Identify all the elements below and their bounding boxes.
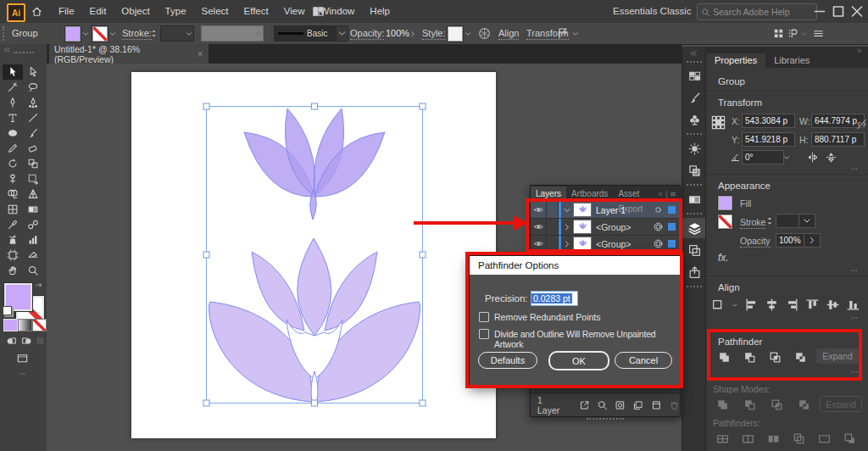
stroke-weight-label[interactable]: Stroke:	[122, 28, 152, 40]
layer-thumbnail[interactable]	[573, 237, 592, 251]
lock-cell[interactable]	[547, 202, 559, 218]
panel-collapse-icon[interactable]	[658, 190, 664, 198]
opacity-value[interactable]: 100%	[386, 28, 409, 38]
tools-panel-grip[interactable]	[14, 52, 34, 53]
shape-properties-icon[interactable]	[556, 26, 570, 40]
blend-tool[interactable]	[23, 217, 43, 232]
tab-close-icon[interactable]	[197, 50, 203, 58]
stroke-chevron-icon[interactable]	[108, 30, 117, 38]
zoom-tool[interactable]	[23, 263, 43, 278]
dock-grip[interactable]	[687, 213, 702, 214]
remove-redundant-points-label[interactable]: Remove Redundant Points	[494, 312, 601, 322]
exclude-icon[interactable]	[793, 350, 809, 365]
appearance-stroke-label[interactable]: Stroke	[740, 217, 765, 229]
puppet-warp-tool[interactable]	[3, 171, 23, 187]
lasso-tool[interactable]	[23, 80, 43, 95]
shape-properties-chevron-icon[interactable]	[571, 30, 580, 38]
reference-point-icon[interactable]	[710, 114, 726, 131]
appearance-opacity-label[interactable]: Opacity	[740, 236, 771, 248]
document-arrange-icon[interactable]	[772, 27, 785, 40]
layer-row-group2[interactable]: <Group>	[531, 236, 680, 253]
layer-name[interactable]: <Group>	[596, 239, 631, 249]
lock-cell[interactable]	[547, 236, 559, 252]
control-panel-menu-icon[interactable]	[812, 27, 825, 40]
maximize-button[interactable]	[829, 0, 848, 23]
toolbar-more-icon[interactable]	[16, 370, 29, 377]
dialog-title-bar[interactable]: Pathfinder Options	[470, 256, 680, 275]
align-to-chevron-icon[interactable]	[732, 301, 738, 309]
stroke-color-swatch[interactable]	[92, 26, 108, 42]
gradient-tool[interactable]	[23, 202, 43, 217]
draw-behind-icon[interactable]	[20, 335, 33, 347]
locate-object-icon[interactable]	[597, 399, 608, 411]
mesh-tool[interactable]	[3, 202, 23, 217]
selection-tool[interactable]	[3, 64, 23, 80]
menu-object[interactable]: Object	[114, 0, 157, 23]
paintbrush-tool[interactable]	[23, 125, 43, 141]
y-field[interactable]: 541.9218 p	[742, 132, 795, 147]
selection-indicator[interactable]	[668, 240, 676, 248]
visibility-eye-icon[interactable]	[533, 238, 544, 249]
tab-layers[interactable]: Layers	[531, 187, 566, 202]
opacity-arrow-icon[interactable]	[804, 233, 821, 248]
menu-type[interactable]: Type	[158, 0, 194, 23]
minus-front-icon[interactable]	[742, 350, 758, 365]
recolor-artwork-icon[interactable]	[477, 26, 492, 41]
expand-panels-icon[interactable]	[689, 49, 698, 58]
line-segment-tool[interactable]	[23, 110, 43, 125]
tab-libraries[interactable]: Libraries	[765, 53, 818, 68]
intersect-icon[interactable]	[767, 350, 783, 365]
layer-thumbnail[interactable]	[573, 203, 592, 217]
panel-menu-icon[interactable]	[670, 189, 676, 199]
stroke-weight-stepper[interactable]	[765, 214, 775, 228]
default-fill-stroke-icon[interactable]	[3, 306, 12, 315]
align-left-icon[interactable]	[744, 298, 759, 312]
stroke-stepper[interactable]	[149, 26, 159, 41]
hand-tool[interactable]	[3, 263, 23, 278]
unite-icon[interactable]	[716, 350, 732, 365]
workspace-switcher-icon[interactable]	[312, 5, 325, 18]
make-clipping-mask-icon[interactable]	[615, 399, 626, 411]
expand-chevron-icon[interactable]	[562, 205, 572, 215]
eraser-tool[interactable]	[23, 141, 43, 156]
symbols-panel-icon[interactable]	[682, 109, 706, 130]
appearance-stroke-swatch[interactable]	[718, 214, 732, 229]
menu-file[interactable]: File	[51, 0, 82, 23]
opacity-label[interactable]: Opacity:	[350, 28, 384, 40]
target-icon[interactable]	[654, 205, 663, 214]
swap-fill-stroke-icon[interactable]	[34, 281, 43, 291]
new-sublayer-icon[interactable]	[632, 399, 643, 411]
gradient-panel-icon[interactable]	[682, 189, 706, 209]
shape-builder-tool[interactable]	[3, 187, 23, 202]
search-input[interactable]: Search Adobe Help	[697, 3, 817, 20]
precision-input[interactable]: 0.0283 pt	[531, 291, 578, 306]
column-graph-tool[interactable]	[23, 232, 43, 248]
fx-label[interactable]: fx.	[718, 252, 729, 264]
draw-normal-icon[interactable]	[5, 335, 18, 347]
free-transform-tool[interactable]	[23, 171, 43, 187]
swatches-panel-icon[interactable]	[682, 65, 706, 86]
target-icon[interactable]	[653, 221, 664, 232]
lock-cell[interactable]	[547, 219, 559, 235]
target-icon[interactable]	[653, 238, 664, 249]
eyedropper-tool[interactable]	[3, 217, 23, 232]
slice-tool[interactable]	[23, 248, 43, 263]
collect-for-export-icon[interactable]	[579, 399, 590, 411]
align-bottom-icon[interactable]	[846, 298, 860, 312]
pathfinder-more-icon[interactable]	[849, 369, 860, 376]
flip-horizontal-icon[interactable]	[806, 151, 819, 164]
align-more-icon[interactable]	[849, 315, 860, 321]
screen-mode-icon[interactable]	[15, 352, 30, 365]
curvature-tool[interactable]	[23, 95, 43, 110]
tab-asset-export[interactable]: Asset Export	[613, 187, 656, 202]
h-field[interactable]: 880.7117 p	[811, 132, 865, 147]
layer-row-layer1[interactable]: Layer 1	[531, 202, 680, 219]
magic-wand-tool[interactable]	[3, 80, 23, 95]
align-right-icon[interactable]	[785, 298, 799, 312]
color-mode-button[interactable]	[3, 319, 18, 331]
brush-definition-combo[interactable]: Basic	[274, 25, 343, 42]
new-layer-icon[interactable]	[651, 399, 662, 411]
home-icon[interactable]	[31, 5, 43, 18]
style-swatch[interactable]	[448, 26, 463, 42]
close-button[interactable]	[848, 0, 866, 23]
